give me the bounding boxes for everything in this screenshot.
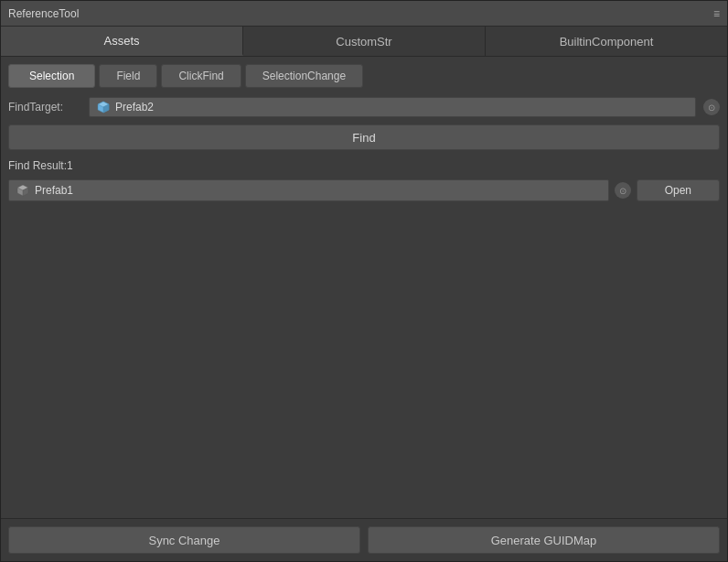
subtab-field[interactable]: Field xyxy=(99,64,157,88)
main-window: ReferenceTool ≡ Assets CustomStr Builtin… xyxy=(0,0,728,562)
prefab1-cube-icon xyxy=(16,184,29,197)
find-target-value: Prefab2 xyxy=(115,101,154,113)
bottom-bar: Sync Change Generate GUIDMap xyxy=(1,518,727,561)
find-button[interactable]: Find xyxy=(8,124,720,150)
prefab2-cube-icon xyxy=(97,101,110,113)
subtab-selectionchange[interactable]: SelectionChange xyxy=(245,64,363,88)
subtab-clickfind[interactable]: ClickFind xyxy=(161,64,241,88)
menu-icon[interactable]: ≡ xyxy=(713,7,720,20)
find-target-label: FindTarget: xyxy=(8,101,81,113)
generate-guidmap-button[interactable]: Generate GUIDMap xyxy=(368,526,720,554)
window-title: ReferenceTool xyxy=(8,7,79,20)
open-button[interactable]: Open xyxy=(637,179,720,201)
find-result-label: Find Result:1 xyxy=(8,159,720,172)
sub-tabs: Selection Field ClickFind SelectionChang… xyxy=(8,64,720,88)
tab-customstr[interactable]: CustomStr xyxy=(243,27,486,56)
result-value: Prefab1 xyxy=(35,184,73,197)
result-row: Prefab1 ⊙ Open xyxy=(8,179,720,201)
title-bar: ReferenceTool ≡ xyxy=(1,1,727,27)
result-reset-button[interactable]: ⊙ xyxy=(615,182,631,199)
tab-builtincomponent[interactable]: BuiltinComponent xyxy=(486,27,727,56)
result-field[interactable]: Prefab1 xyxy=(8,179,609,201)
content-area: Selection Field ClickFind SelectionChang… xyxy=(1,57,727,518)
find-target-input[interactable]: Prefab2 xyxy=(89,97,696,117)
tab-assets[interactable]: Assets xyxy=(1,27,243,56)
subtab-selection[interactable]: Selection xyxy=(8,64,95,88)
find-target-row: FindTarget: Prefab2 ⊙ xyxy=(8,97,720,117)
find-target-reset-button[interactable]: ⊙ xyxy=(703,99,720,115)
sync-change-button[interactable]: Sync Change xyxy=(8,526,360,554)
main-tabs: Assets CustomStr BuiltinComponent xyxy=(1,27,727,57)
